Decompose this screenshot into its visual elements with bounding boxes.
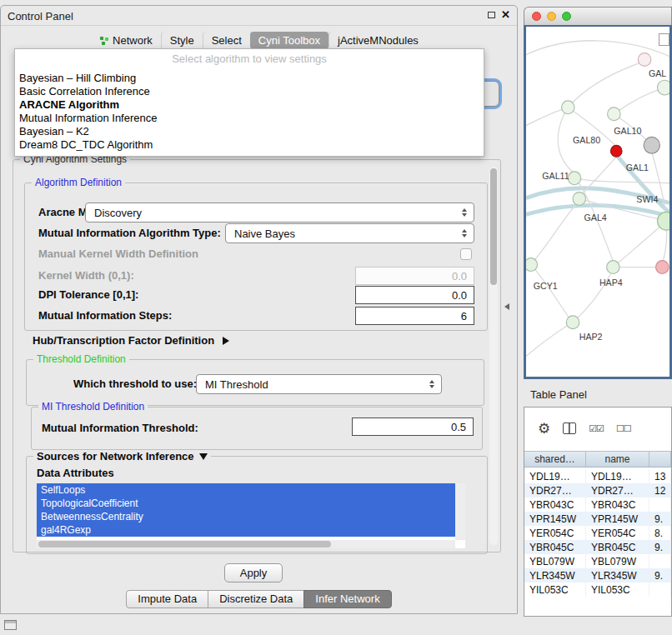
tab-infer-network[interactable]: Infer Network <box>303 590 391 608</box>
table-row[interactable]: YDR27…YDR27…12 <box>524 483 671 498</box>
tab-network[interactable]: Network <box>91 32 161 49</box>
algorithm-option[interactable]: Basic Correlation Inference <box>15 85 484 98</box>
network-edge[interactable] <box>568 62 644 108</box>
dpi-tolerance-input[interactable]: 0.0 <box>355 286 474 304</box>
tab-discretize-data[interactable]: Discretize Data <box>208 590 304 608</box>
network-edge[interactable] <box>614 88 663 114</box>
data-attributes-list[interactable]: SelfLoopsTopologicalCoefficientBetweenne… <box>37 483 465 548</box>
network-node[interactable] <box>656 261 669 274</box>
manual-kernel-checkbox[interactable] <box>460 248 472 260</box>
table-header-cell[interactable] <box>649 452 671 467</box>
network-node[interactable] <box>610 145 622 157</box>
zoom-window-icon[interactable] <box>562 12 571 21</box>
table-header-cell[interactable]: name <box>586 452 649 467</box>
mi-type-select[interactable]: Naive Bayes <box>225 223 474 243</box>
data-attributes-label: Data Attributes <box>37 467 114 480</box>
mi-steps-input[interactable]: 6 <box>355 307 474 325</box>
data-attribute-item[interactable]: SelfLoops <box>37 483 455 497</box>
algorithm-option[interactable]: Mutual Information Inference <box>15 112 484 125</box>
group-title: Algorithm Definition <box>32 177 125 188</box>
table-cell: YBL079W <box>586 554 649 568</box>
network-node[interactable] <box>568 172 580 185</box>
network-node[interactable] <box>608 108 620 121</box>
close-window-icon[interactable]: ✕ <box>501 9 510 21</box>
network-edge[interactable] <box>558 108 574 173</box>
minimize-window-icon[interactable] <box>547 12 556 21</box>
floating-panel-icon[interactable] <box>4 620 17 630</box>
network-tab-icon <box>99 36 109 46</box>
network-node[interactable] <box>638 53 650 67</box>
kernel-width-input[interactable]: 0.0 <box>355 267 474 285</box>
gear-icon[interactable]: ⚙ <box>538 422 550 436</box>
close-window-icon[interactable] <box>532 12 541 21</box>
panel-collapse-arrow[interactable] <box>504 303 509 310</box>
columns-icon[interactable] <box>563 422 576 434</box>
network-node[interactable] <box>562 101 574 114</box>
expand-right-icon[interactable] <box>223 337 229 345</box>
algorithm-option[interactable]: Bayesian – K2 <box>15 125 484 138</box>
settings-scrollbar[interactable] <box>489 167 498 545</box>
hub-transcription-factor-section[interactable]: Hub/Transcription Factor Definition <box>33 334 229 347</box>
scrollbar-thumb[interactable] <box>38 541 331 548</box>
algorithm-option[interactable]: ARACNE Algorithm <box>15 98 484 112</box>
sources-group: Sources for Network Inference Data Attri… <box>26 456 488 554</box>
table-row[interactable]: YER054CYER054C8. <box>524 526 671 540</box>
select-all-checkboxes-icon[interactable]: ☑☑ <box>589 423 604 434</box>
network-edge[interactable] <box>613 226 660 267</box>
collapse-down-icon[interactable] <box>199 453 208 460</box>
network-edge[interactable] <box>574 178 669 183</box>
table-row[interactable]: YLR345WYLR345W9. <box>524 568 671 582</box>
network-node[interactable] <box>573 192 585 206</box>
aracne-mode-select[interactable]: Discovery <box>85 202 474 222</box>
network-node[interactable] <box>658 80 669 95</box>
float-window-icon[interactable] <box>488 12 495 18</box>
algorithm-option[interactable]: Dream8 DC_TDC Algorithm <box>15 138 484 152</box>
tab-cyni-toolbox[interactable]: Cyni Toolbox <box>250 32 328 49</box>
sources-section-header[interactable]: Sources for Network Inference <box>33 450 211 462</box>
scrollbar-thumb[interactable] <box>490 168 497 285</box>
kernel-width-value: 0.0 <box>452 270 467 282</box>
table-header-cell[interactable]: shared… <box>524 452 586 467</box>
tab-style[interactable]: Style <box>161 32 203 49</box>
network-node[interactable] <box>566 316 579 329</box>
network-node[interactable] <box>607 261 619 274</box>
scrollbar-corner-box[interactable] <box>659 33 669 46</box>
table-row[interactable]: YBR043CYBR043C <box>524 498 671 512</box>
apply-button[interactable]: Apply <box>224 563 283 582</box>
table-row[interactable]: YDL19…YDL19…13 <box>524 469 671 483</box>
table-cell: YDL19… <box>586 469 649 483</box>
mi-threshold-input[interactable]: 0.5 <box>352 418 474 436</box>
table-toolbar: ⚙ ☑☑ ☐☐ <box>524 408 671 449</box>
which-threshold-select[interactable]: MI Threshold <box>196 374 442 394</box>
network-edge[interactable] <box>531 204 576 264</box>
list-horizontal-scrollbar[interactable] <box>37 540 455 548</box>
table-row[interactable]: YIL053CYIL053C <box>524 582 671 597</box>
algorithm-dropdown-placeholder: Select algorithm to view settings <box>15 49 484 72</box>
network-edge[interactable] <box>526 326 567 357</box>
network-node[interactable] <box>644 137 659 153</box>
dpi-tolerance-value: 0.0 <box>452 289 467 302</box>
mi-steps-label: Mutual Information Steps: <box>38 309 172 322</box>
data-attribute-item[interactable]: TopologicalCoefficient <box>37 497 455 510</box>
network-edge[interactable] <box>526 109 563 126</box>
group-title: MI Threshold Definition <box>38 401 148 412</box>
table-row[interactable]: YBR045CYBR045C9. <box>524 540 671 554</box>
table-cell: YIL053C <box>524 582 586 597</box>
network-node-label: GCY1 <box>534 281 558 291</box>
table-row[interactable]: YBL079WYBL079W <box>524 554 671 568</box>
tab-impute-data[interactable]: Impute Data <box>126 590 208 608</box>
network-node-label: HAP4 <box>599 278 623 288</box>
list-vertical-scrollbar[interactable] <box>455 483 465 540</box>
deselect-all-checkboxes-icon[interactable]: ☐☐ <box>616 423 631 434</box>
tab-jactivemnodules[interactable]: jActiveMNodules <box>328 32 427 49</box>
tab-label: jActiveMNodules <box>338 34 419 47</box>
algorithm-option[interactable]: Bayesian – Hill Climbing <box>15 72 484 85</box>
data-attribute-item[interactable]: gal4RGexp <box>37 523 455 537</box>
tab-select[interactable]: Select <box>203 32 250 49</box>
data-attribute-item[interactable]: BetweennessCentrality <box>37 510 455 523</box>
table-row[interactable]: YPR145WYPR145W9. <box>524 512 671 526</box>
network-canvas[interactable]: GALGAL80GAL10GAL11GAL1SWI4GAL4GCY1HAP4HA… <box>524 25 672 379</box>
network-node[interactable] <box>526 258 538 272</box>
table-cell: 8. <box>649 526 671 540</box>
network-window-titlebar[interactable] <box>524 7 672 25</box>
